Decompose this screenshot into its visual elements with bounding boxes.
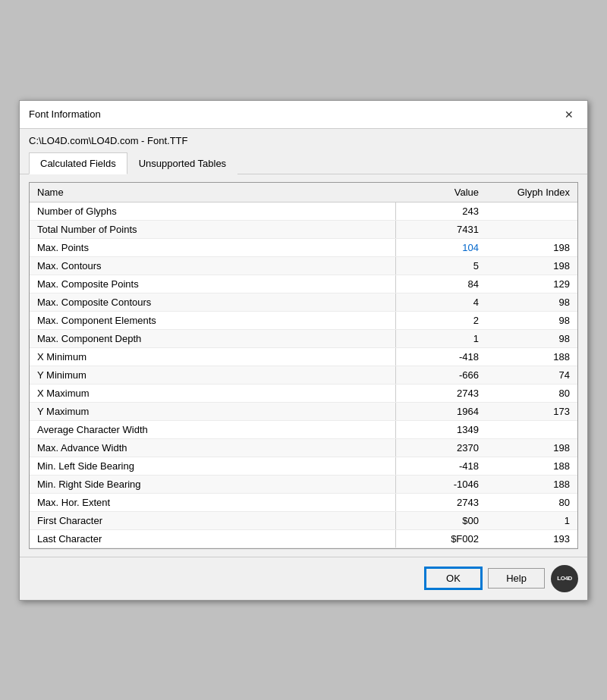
table-row: Min. Right Side Bearing-1046188	[30, 475, 577, 493]
cell-name: Max. Contours	[30, 256, 395, 275]
table-row: Number of Glyphs243	[30, 202, 577, 220]
table-row: X Minimum-418188	[30, 347, 577, 366]
cell-glyph-index	[486, 420, 577, 438]
cell-glyph-index: 188	[486, 457, 577, 475]
cell-value: 1349	[395, 420, 486, 438]
table-row: Max. Advance Width2370198	[30, 438, 577, 457]
cell-value: -666	[395, 366, 486, 384]
cell-glyph-index: 129	[486, 275, 577, 293]
cell-glyph-index: 98	[486, 329, 577, 347]
cell-name: Max. Composite Points	[30, 275, 395, 293]
cell-glyph-index	[486, 220, 577, 238]
cell-name: Max. Component Depth	[30, 329, 395, 347]
table-row: Min. Left Side Bearing-418188	[30, 457, 577, 475]
cell-value: 2370	[395, 438, 486, 457]
cell-value: $F002	[395, 529, 486, 548]
table-row: Max. Component Depth198	[30, 329, 577, 347]
tab-calculated-fields[interactable]: Calculated Fields	[29, 152, 127, 174]
cell-glyph-index: 188	[486, 475, 577, 493]
cell-value: 1964	[395, 402, 486, 420]
table-row: Max. Contours5198	[30, 256, 577, 275]
table-row: Y Minimum-66674	[30, 366, 577, 384]
table-row: Average Character Width1349	[30, 420, 577, 438]
cell-value: 2743	[395, 493, 486, 511]
cell-name: X Maximum	[30, 384, 395, 402]
cell-value: -418	[395, 457, 486, 475]
help-button[interactable]: Help	[488, 568, 545, 589]
cell-glyph-index: 173	[486, 402, 577, 420]
cell-glyph-index: 198	[486, 256, 577, 275]
data-table-container: Name Value Glyph Index Number of Glyphs2…	[29, 182, 578, 549]
col-header-value: Value	[395, 183, 486, 202]
file-path: C:\LO4D.com\LO4D.com - Font.TTF	[20, 129, 587, 152]
font-info-table: Name Value Glyph Index Number of Glyphs2…	[30, 183, 577, 548]
cell-glyph-index: 198	[486, 238, 577, 256]
cell-name: Min. Right Side Bearing	[30, 475, 395, 493]
cell-name: First Character	[30, 511, 395, 529]
table-row: X Maximum274380	[30, 384, 577, 402]
cell-value: -418	[395, 347, 486, 366]
tab-content: Name Value Glyph Index Number of Glyphs2…	[20, 174, 587, 557]
cell-name: Max. Advance Width	[30, 438, 395, 457]
col-header-glyph-index: Glyph Index	[486, 183, 577, 202]
cell-glyph-index: 80	[486, 493, 577, 511]
table-row: First Character$001	[30, 511, 577, 529]
cell-value: 1	[395, 329, 486, 347]
table-row: Max. Component Elements298	[30, 311, 577, 329]
cell-name: Max. Composite Contours	[30, 293, 395, 311]
tab-unsupported-tables[interactable]: Unsupported Tables	[127, 152, 237, 174]
cell-name: Last Character	[30, 529, 395, 548]
logo-badge: LO4D	[551, 565, 578, 592]
footer: OK Help LO4D	[20, 557, 587, 600]
table-row: Max. Composite Points84129	[30, 275, 577, 293]
cell-glyph-index: 80	[486, 384, 577, 402]
table-row: Total Number of Points7431	[30, 220, 577, 238]
ok-button[interactable]: OK	[425, 567, 482, 589]
cell-glyph-index: 98	[486, 311, 577, 329]
cell-value: 4	[395, 293, 486, 311]
table-header-row: Name Value Glyph Index	[30, 183, 577, 202]
cell-value: 2	[395, 311, 486, 329]
cell-value: 84	[395, 275, 486, 293]
cell-value: 243	[395, 202, 486, 220]
cell-value: $00	[395, 511, 486, 529]
cell-name: X Minimum	[30, 347, 395, 366]
cell-value: 104	[395, 238, 486, 256]
cell-value: 5	[395, 256, 486, 275]
col-header-name: Name	[30, 183, 395, 202]
cell-glyph-index: 188	[486, 347, 577, 366]
table-row: Y Maximum1964173	[30, 402, 577, 420]
cell-name: Average Character Width	[30, 420, 395, 438]
close-button[interactable]: ✕	[560, 107, 578, 122]
cell-name: Number of Glyphs	[30, 202, 395, 220]
cell-value: -1046	[395, 475, 486, 493]
cell-name: Max. Component Elements	[30, 311, 395, 329]
cell-name: Max. Points	[30, 238, 395, 256]
table-row: Max. Composite Contours498	[30, 293, 577, 311]
tabs-container: Calculated Fields Unsupported Tables	[20, 152, 587, 174]
cell-glyph-index: 198	[486, 438, 577, 457]
cell-glyph-index: 193	[486, 529, 577, 548]
cell-glyph-index: 74	[486, 366, 577, 384]
cell-glyph-index	[486, 202, 577, 220]
title-bar: Font Information ✕	[20, 101, 587, 129]
cell-name: Min. Left Side Bearing	[30, 457, 395, 475]
cell-value: 7431	[395, 220, 486, 238]
table-row: Max. Points104198	[30, 238, 577, 256]
cell-name: Total Number of Points	[30, 220, 395, 238]
font-information-window: Font Information ✕ C:\LO4D.com\LO4D.com …	[19, 100, 588, 601]
table-row: Last Character$F002193	[30, 529, 577, 548]
cell-value: 2743	[395, 384, 486, 402]
cell-name: Max. Hor. Extent	[30, 493, 395, 511]
cell-name: Y Minimum	[30, 366, 395, 384]
cell-glyph-index: 1	[486, 511, 577, 529]
window-title: Font Information	[29, 108, 101, 120]
cell-glyph-index: 98	[486, 293, 577, 311]
table-row: Max. Hor. Extent274380	[30, 493, 577, 511]
cell-name: Y Maximum	[30, 402, 395, 420]
